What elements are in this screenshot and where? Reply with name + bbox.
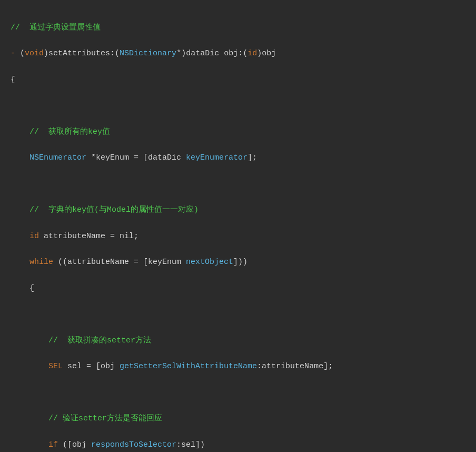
method-name: setAttributes:( (48, 49, 120, 58)
comment-text: // 通过字典设置属性值 (11, 23, 101, 32)
indent-1 (11, 127, 29, 136)
comment-get-keys: // 获取所有的key值 (29, 127, 110, 136)
void-return: ( (20, 49, 25, 58)
line-blank-1 (11, 100, 465, 113)
indent-1 (11, 153, 29, 162)
line-open-brace-while: { (11, 282, 465, 296)
line-method-decl: - (void)setAttributes:(NSDictionary*)dat… (11, 47, 465, 61)
code-editor: // 通过字典设置属性值 - (void)setAttributes:(NSDi… (11, 8, 465, 452)
responds-method: respondsToSelector (91, 440, 176, 449)
line-blank-2 (11, 178, 465, 191)
nsdictionary-type: NSDictionary (120, 49, 176, 58)
if-cond-open: ([obj (58, 440, 91, 449)
comment-verify: // 验证setter方法是否能回应 (48, 414, 162, 423)
sel-decl: sel = [obj (63, 362, 120, 371)
obj-param: )obj (257, 49, 276, 58)
method-name-plain: ) (44, 49, 48, 58)
comment-setter: // 获取拼凑的setter方法 (48, 336, 151, 345)
line-comment-verify: // 验证setter方法是否能回应 (11, 412, 465, 426)
indent-2 (11, 440, 48, 449)
indent-1 (11, 205, 29, 214)
line-blank-4 (11, 387, 465, 400)
while-keyword: while (29, 258, 53, 267)
line-if-responds: if ([obj respondsToSelector:sel]) (11, 439, 465, 452)
line-while: while ((attributeName = [keyEnum nextObj… (11, 256, 465, 269)
open-brace: { (11, 75, 15, 84)
line-comment-setter: // 获取拼凑的setter方法 (11, 335, 465, 348)
next-object-method: nextObject (186, 258, 233, 267)
minus-sign: - (11, 49, 20, 58)
key-enum-decl: *keyEnum = [dataDic (86, 153, 186, 162)
if-cond-close: :sel]) (176, 440, 205, 449)
while-cond-close: ])) (233, 258, 247, 267)
line-comment-keys: // 获取所有的key值 (11, 126, 465, 139)
line-comment-header: // 通过字典设置属性值 (11, 22, 465, 35)
star-param: *)dataDic obj:( (176, 49, 247, 58)
if-keyword-1: if (48, 440, 58, 449)
line-id-attr-name: id attributeName = nil; (11, 230, 465, 243)
ns-enumerator-type: NSEnumerator (29, 153, 86, 162)
sel-end: :attributeName]; (257, 362, 333, 371)
open-brace-while: { (29, 284, 34, 293)
line-ns-enumerator: NSEnumerator *keyEnum = [dataDic keyEnum… (11, 152, 465, 165)
id-type: id (247, 49, 257, 58)
line-open-brace-outer: { (11, 74, 465, 87)
indent-2 (11, 414, 48, 423)
indent-2 (11, 362, 48, 371)
while-cond-open: ((attributeName = [keyEnum (53, 258, 186, 267)
indent-1 (11, 258, 29, 267)
key-enum-end: ]; (247, 153, 257, 162)
line-sel: SEL sel = [obj getSetterSelWithAttribute… (11, 360, 465, 374)
attr-name-decl: attributeName = nil; (39, 232, 138, 241)
indent-2 (11, 336, 48, 345)
get-setter-method: getSetterSelWithAttributeName (120, 362, 257, 371)
line-comment-key-value: // 字典的key值(与Model的属性值一一对应) (11, 204, 465, 217)
id-keyword-1: id (29, 232, 39, 241)
indent-1 (11, 284, 29, 293)
key-enumerator-method: keyEnumerator (186, 153, 247, 162)
line-blank-3 (11, 308, 465, 321)
sel-type: SEL (48, 362, 63, 371)
indent-1 (11, 232, 29, 241)
comment-key-value: // 字典的key值(与Model的属性值一一对应) (29, 205, 199, 214)
void-keyword: void (25, 49, 44, 58)
